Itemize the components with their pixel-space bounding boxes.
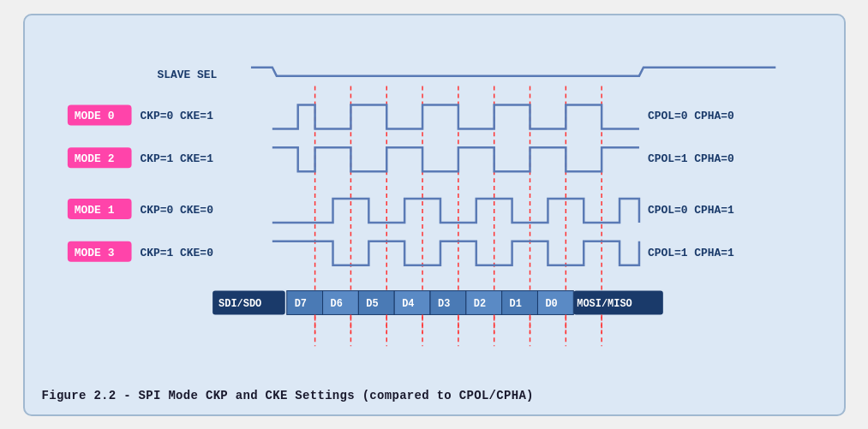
svg-text:D4: D4: [402, 298, 414, 310]
diagram-area: text.label-left { font-family: 'Courier …: [42, 31, 827, 402]
svg-text:SDI/SDO: SDI/SDO: [218, 298, 261, 310]
svg-text:D7: D7: [294, 298, 306, 310]
svg-text:CKP=0  CKE=1: CKP=0 CKE=1: [140, 110, 213, 122]
figure-caption: Figure 2.2 - SPI Mode CKP and CKE Settin…: [42, 389, 827, 402]
svg-text:MODE 2: MODE 2: [74, 152, 114, 165]
svg-text:D1: D1: [509, 298, 521, 310]
svg-text:CPOL=1  CPHA=0: CPOL=1 CPHA=0: [647, 152, 733, 165]
waveform-container: text.label-left { font-family: 'Courier …: [42, 31, 827, 380]
svg-text:MODE 1: MODE 1: [74, 203, 114, 216]
svg-text:MODE 3: MODE 3: [74, 246, 114, 259]
svg-text:CKP=0  CKE=0: CKP=0 CKE=0: [140, 203, 213, 216]
svg-text:CKP=1  CKE=0: CKP=1 CKE=0: [140, 246, 213, 259]
svg-text:MOSI/MISO: MOSI/MISO: [577, 298, 632, 310]
svg-text:D6: D6: [330, 298, 342, 310]
svg-text:D3: D3: [437, 298, 449, 310]
svg-text:CPOL=0  CPHA=1: CPOL=0 CPHA=1: [647, 203, 733, 216]
svg-text:MODE 0: MODE 0: [74, 110, 114, 122]
outer-container: text.label-left { font-family: 'Courier …: [23, 14, 846, 416]
svg-text:SLAVE SEL: SLAVE SEL: [157, 68, 217, 80]
svg-text:D5: D5: [366, 298, 378, 310]
svg-text:CPOL=1  CPHA=1: CPOL=1 CPHA=1: [647, 246, 733, 259]
svg-text:CPOL=0  CPHA=0: CPOL=0 CPHA=0: [647, 110, 733, 122]
svg-text:CKP=1  CKE=1: CKP=1 CKE=1: [140, 152, 213, 165]
svg-text:D2: D2: [473, 298, 485, 310]
svg-text:D0: D0: [545, 298, 557, 310]
